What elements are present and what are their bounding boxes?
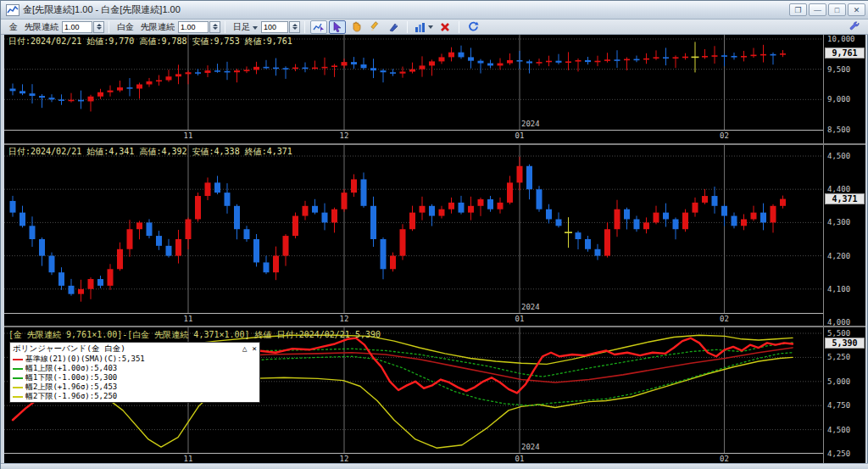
month-tick-label: 02 bbox=[715, 315, 735, 323]
pencil-icon bbox=[370, 21, 381, 32]
window-title: 金[先限連続]1.00 - 白金[先限連続]1.00 bbox=[23, 3, 787, 16]
month-tick-label: 01 bbox=[509, 131, 530, 140]
refresh-icon bbox=[468, 21, 479, 32]
axis-tick-label: 4,100 bbox=[827, 285, 850, 293]
pan-hand-button[interactable] bbox=[348, 20, 364, 34]
gold-last-price-box: 9,761 bbox=[825, 47, 865, 59]
minimize-button[interactable]: — bbox=[809, 3, 826, 16]
platinum-ohlc-info: 日付:2024/02/21 始値:4,341 高値:4,392 安値:4,338… bbox=[8, 146, 292, 158]
svg-text:2024: 2024 bbox=[521, 303, 540, 311]
legend-close-button[interactable]: × bbox=[252, 343, 257, 353]
crosshair-chart-button[interactable] bbox=[310, 20, 327, 34]
gold-ohlc-info: 日付:2024/02/21 始値:9,770 高値:9,788 安値:9,753… bbox=[8, 36, 292, 47]
month-tick-label: 01 bbox=[509, 455, 530, 463]
red-x-icon bbox=[440, 22, 450, 32]
platinum-last-price-box: 4,371 bbox=[825, 193, 865, 204]
settings-button[interactable] bbox=[846, 20, 863, 34]
gold-y-axis: 9,761 10,0009,5009,0008,500 bbox=[823, 35, 865, 143]
platinum-x-axis: 11120102 bbox=[4, 313, 823, 326]
hand-icon bbox=[351, 21, 362, 32]
delete-drawing-button[interactable] bbox=[437, 20, 453, 34]
toolbar-separator bbox=[225, 21, 225, 33]
float-window-button[interactable]: ❐ bbox=[789, 3, 807, 16]
bar-chart-icon bbox=[415, 22, 426, 32]
platinum-y-axis: 4,371 4,5004,4004,3004,2004,1004,000 bbox=[823, 145, 865, 326]
maximize-button[interactable]: □ bbox=[828, 3, 846, 16]
select-cursor-button[interactable] bbox=[329, 20, 346, 34]
axis-tick-label: 5,250 bbox=[827, 353, 850, 361]
gold-chart-panel[interactable]: 日付:2024/02/21 始値:9,770 高値:9,788 安値:9,753… bbox=[4, 35, 865, 143]
platinum-chart-panel[interactable]: 日付:2024/02/21 始値:4,341 高値:4,392 安値:4,338… bbox=[4, 145, 865, 326]
spread-last-price-box: 5,390 bbox=[825, 338, 865, 349]
chart-region: 日付:2024/02/21 始値:9,770 高値:9,788 安値:9,753… bbox=[4, 35, 865, 463]
gold-multiplier-input[interactable] bbox=[62, 21, 92, 33]
bar-count-spinner[interactable] bbox=[289, 21, 300, 33]
axis-tick-label: 8,500 bbox=[827, 126, 850, 134]
platinum-series-label: 先限連続 bbox=[141, 21, 175, 33]
month-tick-label: 12 bbox=[334, 131, 354, 140]
toolbar-separator bbox=[108, 21, 109, 33]
month-tick-label: 12 bbox=[334, 455, 354, 463]
chevron-down-icon bbox=[428, 25, 433, 29]
axis-tick-label: 4,750 bbox=[827, 401, 850, 410]
bar-count-input[interactable] bbox=[261, 21, 288, 33]
platinum-label: 白金 bbox=[117, 21, 134, 33]
cursor-arrow-icon bbox=[333, 22, 342, 32]
bollinger-legend[interactable]: ボリンジャーバンド(金 白金) △ × 基準線(21)(0)(SMA)(C):5… bbox=[9, 342, 260, 403]
spread-x-axis: 11120102 bbox=[4, 453, 823, 463]
close-button[interactable]: ✕ bbox=[848, 3, 865, 16]
gold-candles-plot[interactable]: 2024 bbox=[4, 35, 823, 130]
refresh-button[interactable] bbox=[465, 20, 481, 34]
month-tick-label: 11 bbox=[178, 455, 198, 463]
legend-line-swatch bbox=[13, 396, 23, 398]
legend-line-swatch bbox=[13, 387, 23, 388]
month-tick-label: 01 bbox=[509, 315, 530, 323]
axis-tick-label: 5,000 bbox=[827, 377, 850, 386]
legend-line-swatch bbox=[13, 368, 23, 370]
month-tick-label: 12 bbox=[334, 315, 354, 323]
platinum-multiplier-input[interactable] bbox=[178, 21, 209, 33]
window-frame-bottom bbox=[1, 463, 868, 469]
spread-header: [金 先限連続 9,761×1.00]-[白金 先限連続 4,371×1.00]… bbox=[8, 329, 381, 341]
platinum-multiplier-spinner[interactable] bbox=[209, 21, 220, 33]
axis-tick-label: 4,500 bbox=[827, 152, 850, 160]
title-bar[interactable]: 金[先限連続]1.00 - 白金[先限連続]1.00 ❐ — □ ✕ bbox=[1, 1, 868, 20]
axis-tick-label: 4,500 bbox=[827, 426, 850, 434]
legend-line-swatch bbox=[13, 377, 23, 379]
pencil-draw-button[interactable] bbox=[366, 20, 383, 34]
wrench-icon bbox=[849, 21, 860, 32]
legend-collapse-button[interactable]: △ bbox=[242, 343, 248, 353]
app-window: 金[先限連続]1.00 - 白金[先限連続]1.00 ❐ — □ ✕ 金 先限連… bbox=[0, 0, 868, 469]
chart-app-icon bbox=[6, 4, 19, 16]
chevron-down-icon bbox=[253, 26, 258, 30]
legend-row: 幅2下限(-1.96σ):5,250 bbox=[13, 392, 257, 401]
toolbar-separator bbox=[304, 21, 305, 33]
chart-type-button[interactable] bbox=[413, 20, 435, 34]
spread-bollinger-panel[interactable]: [金 先限連続 9,761×1.00]-[白金 先限連続 4,371×1.00]… bbox=[4, 327, 865, 463]
axis-tick-label: 9,500 bbox=[827, 65, 850, 74]
period-dropdown[interactable]: 日足 bbox=[233, 21, 258, 33]
crosshair-chart-icon bbox=[313, 22, 325, 32]
month-tick-label: 02 bbox=[715, 455, 735, 463]
month-tick-label: 11 bbox=[178, 315, 198, 323]
month-tick-label: 02 bbox=[715, 131, 735, 140]
axis-tick-label: 9,000 bbox=[827, 95, 850, 103]
fountain-pen-icon bbox=[388, 21, 399, 32]
gold-multiplier-spinner[interactable] bbox=[93, 21, 104, 33]
gold-series-label: 先限連続 bbox=[25, 21, 58, 33]
gold-x-axis: 11120102 bbox=[4, 130, 823, 143]
toolbar-separator bbox=[459, 21, 459, 33]
axis-tick-label: 10,000 bbox=[827, 35, 855, 43]
month-tick-label: 11 bbox=[178, 131, 198, 140]
axis-tick-label: 5,500 bbox=[827, 329, 850, 338]
pen-annotate-button[interactable] bbox=[385, 20, 402, 34]
toolbar-separator bbox=[407, 21, 408, 33]
axis-tick-label: 4,200 bbox=[827, 252, 850, 260]
spread-y-axis: 5,390 5,5005,2505,0004,7504,5004,250 bbox=[823, 327, 865, 463]
axis-tick-label: 4,300 bbox=[827, 218, 850, 226]
toolbar: 金 先限連続 白金 先限連続 日足 bbox=[1, 20, 868, 35]
axis-tick-label: 4,250 bbox=[827, 449, 850, 458]
svg-text:2024: 2024 bbox=[521, 120, 540, 128]
platinum-candles-plot[interactable]: 2024 bbox=[4, 145, 823, 313]
svg-text:2024: 2024 bbox=[521, 443, 540, 451]
